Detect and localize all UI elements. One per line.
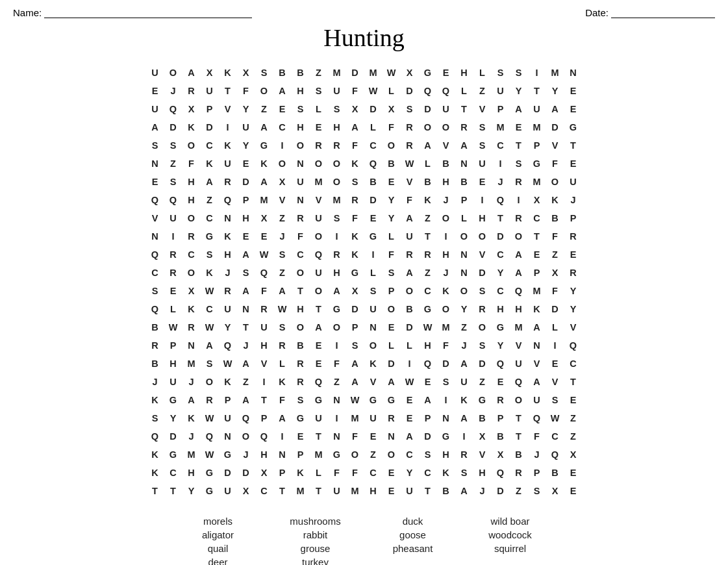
grid-cell: P (273, 464, 292, 482)
grid-cell: N (528, 336, 546, 355)
grid-cell: M (292, 482, 310, 500)
grid-cell: T (146, 482, 164, 500)
grid-cell: X (182, 100, 201, 118)
grid-cell: X (401, 64, 419, 82)
grid-cell: Q (201, 427, 219, 446)
grid-cell: G (528, 155, 546, 173)
grid-cell: Q (510, 282, 528, 300)
grid-cell: N (273, 446, 292, 464)
grid-cell: F (237, 82, 255, 100)
grid-cell: X (237, 482, 255, 500)
grid-cell: S (492, 64, 510, 82)
grid-cell: R (346, 191, 364, 209)
grid-cell: K (292, 464, 310, 482)
grid-cell: R (564, 227, 583, 245)
grid-cell: G (473, 391, 492, 409)
grid-cell: E (437, 64, 455, 82)
grid-cell: T (273, 482, 292, 500)
grid-cell: B (292, 64, 310, 82)
grid-cell: J (164, 82, 182, 100)
grid-cell: L (546, 318, 564, 336)
grid-cell: A (546, 100, 564, 118)
grid-cell: W (383, 64, 401, 82)
grid-cell: U (310, 209, 328, 227)
grid-cell: Q (564, 336, 583, 355)
grid-cell: U (146, 100, 164, 118)
name-field: Name: (13, 6, 252, 18)
grid-cell: T (292, 282, 310, 300)
grid-cell: K (437, 464, 455, 482)
grid-cell: N (455, 264, 473, 282)
grid-cell: G (364, 227, 383, 245)
grid-cell: S (201, 355, 219, 373)
grid-cell: O (546, 173, 564, 191)
word-list: morelsmushroomsduckwild boaraligatorrabb… (13, 516, 715, 565)
grid-cell: K (219, 227, 237, 245)
grid-cell: M (328, 191, 346, 209)
grid-cell: S (146, 136, 164, 155)
grid-cell: K (346, 227, 364, 245)
grid-cell: Q (419, 355, 437, 373)
grid-cell: N (564, 64, 583, 82)
grid-cell: H (437, 173, 455, 191)
grid-cell: Y (564, 282, 583, 300)
grid-cell: A (346, 118, 364, 136)
grid-cell: A (528, 373, 546, 391)
grid-cell: X (273, 173, 292, 191)
grid-cell: M (437, 318, 455, 336)
grid-cell: Y (237, 100, 255, 118)
grid-cell: R (401, 118, 419, 136)
grid-cell: B (146, 318, 164, 336)
grid-cell: W (419, 318, 437, 336)
grid-cell: C (401, 446, 419, 464)
grid-cell: Q (492, 355, 510, 373)
grid-cell: U (164, 373, 182, 391)
grid-cell: S (310, 82, 328, 100)
grid-cell: G (346, 264, 364, 282)
grid-cell: E (564, 82, 583, 100)
grid-cell: K (455, 391, 473, 409)
grid-cell: R (310, 136, 328, 155)
grid-cell: Z (164, 155, 182, 173)
grid-cell: B (510, 446, 528, 464)
grid-cell: D (164, 427, 182, 446)
grid-cell: U (401, 227, 419, 245)
grid-cell: T (564, 136, 583, 155)
grid-cell: A (510, 100, 528, 118)
grid-cell: W (201, 318, 219, 336)
grid-cell: W (273, 300, 292, 318)
grid-cell: R (164, 245, 182, 264)
grid-cell: U (455, 373, 473, 391)
grid-cell: H (455, 64, 473, 82)
grid-cell: Z (510, 482, 528, 500)
grid-cell: K (437, 282, 455, 300)
grid-cell: C (146, 264, 164, 282)
grid-cell: K (219, 373, 237, 391)
grid-cell: X (492, 446, 510, 464)
grid-cell: E (564, 155, 583, 173)
grid-cell: I (401, 355, 419, 373)
grid-cell: Z (419, 264, 437, 282)
grid-cell: J (182, 373, 201, 391)
grid-cell: H (237, 209, 255, 227)
grid-cell: A (346, 373, 364, 391)
grid-cell: R (292, 373, 310, 391)
grid-cell: S (383, 264, 401, 282)
grid-cell: D (401, 318, 419, 336)
grid-cell: J (146, 373, 164, 391)
grid-cell: Q (146, 245, 164, 264)
grid-cell: X (182, 282, 201, 300)
grid-cell: Z (237, 373, 255, 391)
grid-cell: K (182, 409, 201, 427)
grid-cell: K (219, 64, 237, 82)
grid-cell: B (473, 409, 492, 427)
grid-cell: U (146, 64, 164, 82)
grid-cell: S (292, 100, 310, 118)
grid-cell: R (455, 118, 473, 136)
grid-cell: U (292, 173, 310, 191)
grid-cell: G (255, 136, 273, 155)
grid-cell: S (401, 100, 419, 118)
grid-cell: A (419, 391, 437, 409)
grid-cell: Y (492, 264, 510, 282)
grid-cell: O (455, 282, 473, 300)
